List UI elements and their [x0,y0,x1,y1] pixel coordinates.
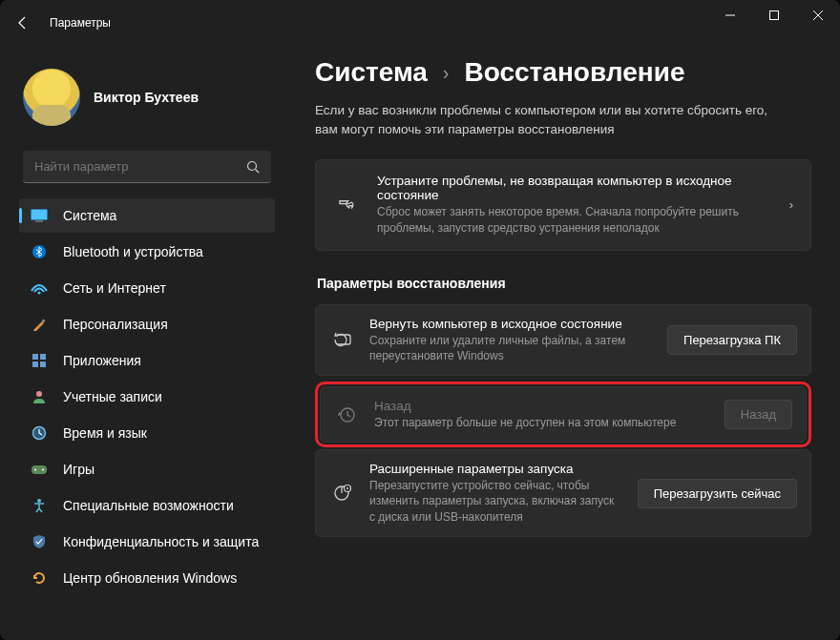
profile-name: Виктор Бухтеев [94,90,199,105]
nav-label: Система [63,208,116,223]
svg-point-7 [38,292,41,295]
nav-label: Персонализация [63,317,168,332]
content-area: Виктор Бухтеев Система Bluetooth и устро… [0,46,840,640]
goback-title: Назад [374,399,709,413]
window-controls [708,0,840,31]
svg-rect-9 [32,354,38,360]
nav-network[interactable]: Сеть и Интернет [19,271,275,305]
search-box[interactable] [23,151,271,183]
chevron-right-icon: › [443,62,450,84]
fix-title: Устраните проблемы, не возвращая компьют… [377,174,772,202]
reset-title: Вернуть компьютер в исходное состояние [369,317,652,331]
restart-now-button[interactable]: Перезагрузить сейчас [638,479,797,508]
chevron-right-icon: › [789,197,793,212]
fix-desc: Сброс может занять некоторое время. Снач… [377,204,772,237]
nav-personalization[interactable]: Персонализация [19,307,275,341]
update-icon [31,569,48,587]
breadcrumb: Система › Восстановление [315,57,811,88]
fix-problems-card[interactable]: Устраните проблемы, не возвращая компьют… [315,159,811,251]
history-icon [334,404,359,425]
intro-text: Если у вас возникли проблемы с компьютер… [315,101,792,138]
nav-list: Система Bluetooth и устройства Сеть и Ин… [19,198,275,595]
svg-rect-11 [32,361,38,367]
nav-accounts[interactable]: Учетные записи [19,380,275,414]
nav-label: Bluetooth и устройства [63,244,203,259]
svg-point-17 [42,469,44,471]
go-back-button: Назад [724,400,792,429]
maximize-button[interactable] [752,0,796,31]
svg-point-23 [346,487,348,489]
titlebar: Параметры [0,0,840,46]
window-title: Параметры [50,16,111,30]
close-button[interactable] [796,0,840,31]
nav-label: Центр обновления Windows [63,570,237,586]
svg-point-2 [248,161,257,170]
svg-rect-10 [40,354,46,360]
minimize-button[interactable] [708,0,752,31]
search-icon [246,160,260,174]
settings-window: Параметры Виктор Бухтеев [0,0,840,640]
personalization-icon [31,316,48,333]
svg-point-16 [34,469,36,471]
advanced-title: Расширенные параметры запуска [369,462,622,476]
reset-pc-button[interactable]: Перезагрузка ПК [667,325,797,355]
nav-label: Сеть и Интернет [63,280,166,296]
wrench-icon [333,194,360,217]
svg-rect-5 [35,220,43,222]
nav-time[interactable]: Время и язык [19,416,275,450]
breadcrumb-current: Восстановление [465,57,685,88]
avatar [23,69,80,126]
main-panel: Система › Восстановление Если у вас возн… [286,46,840,640]
time-icon [31,424,48,442]
nav-label: Специальные возможности [63,498,234,513]
nav-label: Учетные записи [63,389,162,404]
accounts-icon [31,388,48,405]
system-icon [31,207,48,224]
section-title: Параметры восстановления [317,276,811,291]
profile-block[interactable]: Виктор Бухтеев [19,46,275,145]
svg-rect-15 [32,465,47,474]
nav-system[interactable]: Система [19,198,275,233]
reset-pc-card: Вернуть компьютер в исходное состояние С… [315,304,811,376]
power-settings-icon [329,483,354,504]
accessibility-icon [31,497,48,514]
breadcrumb-parent[interactable]: Система [315,57,428,88]
go-back-card: Назад Этот параметр больше не доступен н… [320,386,807,443]
search-input[interactable] [34,159,246,174]
nav-update[interactable]: Центр обновления Windows [19,561,275,595]
nav-label: Игры [63,462,94,477]
nav-bluetooth[interactable]: Bluetooth и устройства [19,235,275,269]
advanced-desc: Перезапустите устройство сейчас, чтобы и… [369,478,622,525]
nav-accessibility[interactable]: Специальные возможности [19,488,275,523]
svg-point-13 [36,391,42,397]
sidebar: Виктор Бухтеев Система Bluetooth и устро… [0,46,286,640]
gaming-icon [31,461,48,478]
nav-label: Конфиденциальность и защита [63,534,259,549]
bluetooth-icon [31,243,48,260]
nav-privacy[interactable]: Конфиденциальность и защита [19,525,275,559]
svg-point-18 [37,499,41,503]
apps-icon [31,352,48,369]
back-button[interactable] [4,4,42,42]
svg-rect-4 [32,210,48,220]
reset-desc: Сохраните или удалите личные файлы, а за… [369,333,652,363]
reset-icon [329,329,354,350]
nav-gaming[interactable]: Игры [19,452,275,486]
nav-apps[interactable]: Приложения [19,343,275,378]
network-icon [31,279,48,297]
svg-rect-12 [40,361,46,367]
svg-rect-1 [770,11,779,20]
advanced-startup-card: Расширенные параметры запуска Перезапуст… [315,449,811,537]
goback-desc: Этот параметр больше не доступен на этом… [374,415,709,430]
nav-label: Время и язык [63,425,147,441]
privacy-icon [31,533,48,550]
highlight-box: Назад Этот параметр больше не доступен н… [315,382,811,447]
svg-line-3 [256,169,260,173]
nav-label: Приложения [63,353,141,368]
